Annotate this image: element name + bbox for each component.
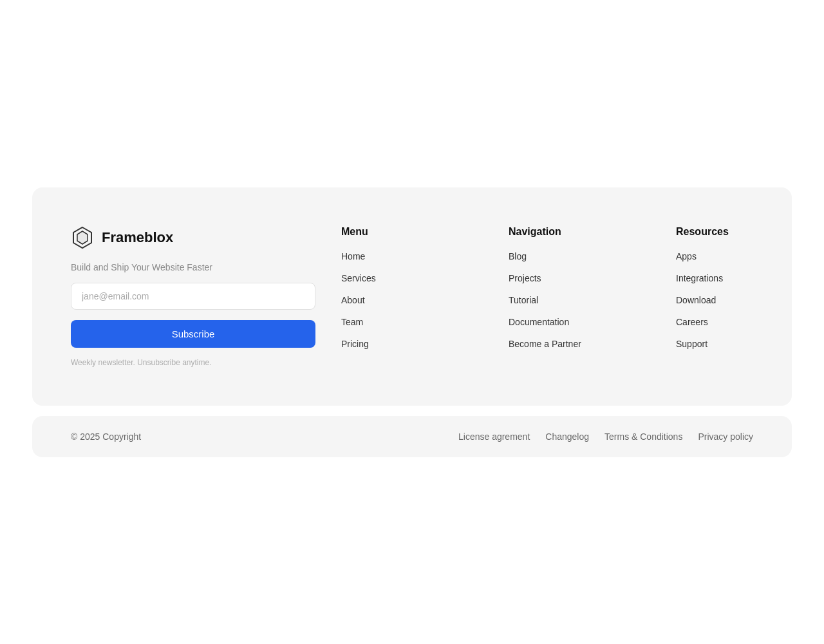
list-item: Integrations bbox=[676, 272, 753, 284]
res-link-careers[interactable]: Careers bbox=[676, 317, 708, 327]
legal-links: License agrement Changelog Terms & Condi… bbox=[458, 431, 753, 442]
navigation-column: Navigation Blog Projects Tutorial Docume… bbox=[509, 226, 586, 367]
legal-link-license[interactable]: License agrement bbox=[458, 431, 530, 442]
res-link-download[interactable]: Download bbox=[676, 295, 716, 305]
legal-link-terms[interactable]: Terms & Conditions bbox=[604, 431, 682, 442]
navigation-link-list: Blog Projects Tutorial Documentation Bec… bbox=[509, 251, 586, 350]
list-item: Documentation bbox=[509, 316, 586, 328]
nav-link-projects[interactable]: Projects bbox=[509, 273, 541, 283]
list-item: Home bbox=[341, 251, 418, 262]
list-item: Tutorial bbox=[509, 294, 586, 306]
resources-column: Resources Apps Integrations Download Car… bbox=[676, 226, 753, 367]
email-input[interactable] bbox=[71, 283, 315, 310]
legal-link-privacy[interactable]: Privacy policy bbox=[698, 431, 753, 442]
menu-link-services[interactable]: Services bbox=[341, 273, 376, 283]
newsletter-note: Weekly newsletter. Unsubscribe anytime. bbox=[71, 358, 315, 367]
nav-link-documentation[interactable]: Documentation bbox=[509, 317, 569, 327]
footer-card: Frameblox Build and Ship Your Website Fa… bbox=[32, 187, 792, 406]
logo-icon bbox=[71, 226, 94, 249]
list-item: Projects bbox=[509, 272, 586, 284]
list-item: Download bbox=[676, 294, 753, 306]
nav-link-blog[interactable]: Blog bbox=[509, 251, 527, 261]
list-item: Become a Partner bbox=[509, 338, 586, 350]
list-item: Apps bbox=[676, 251, 753, 262]
menu-link-list: Home Services About Team Pricing bbox=[341, 251, 418, 350]
svg-marker-1 bbox=[77, 231, 88, 244]
menu-link-home[interactable]: Home bbox=[341, 251, 365, 261]
brand-logo: Frameblox bbox=[71, 226, 315, 249]
list-item: About bbox=[341, 294, 418, 306]
resources-column-title: Resources bbox=[676, 226, 753, 238]
menu-link-about[interactable]: About bbox=[341, 295, 365, 305]
menu-column: Menu Home Services About Team Pricing bbox=[341, 226, 418, 367]
links-section: Menu Home Services About Team Pricing Na… bbox=[341, 226, 753, 367]
nav-link-become-partner[interactable]: Become a Partner bbox=[509, 339, 581, 349]
menu-link-pricing[interactable]: Pricing bbox=[341, 339, 369, 349]
list-item: Services bbox=[341, 272, 418, 284]
nav-link-tutorial[interactable]: Tutorial bbox=[509, 295, 538, 305]
menu-link-team[interactable]: Team bbox=[341, 317, 363, 327]
list-item: Team bbox=[341, 316, 418, 328]
resources-link-list: Apps Integrations Download Careers Suppo… bbox=[676, 251, 753, 350]
brand-name: Frameblox bbox=[102, 229, 173, 246]
legal-link-changelog[interactable]: Changelog bbox=[545, 431, 589, 442]
navigation-column-title: Navigation bbox=[509, 226, 586, 238]
subscribe-button[interactable]: Subscribe bbox=[71, 320, 315, 348]
menu-column-title: Menu bbox=[341, 226, 418, 238]
bottom-bar: © 2025 Copyright License agrement Change… bbox=[32, 416, 792, 457]
list-item: Pricing bbox=[341, 338, 418, 350]
list-item: Blog bbox=[509, 251, 586, 262]
brand-section: Frameblox Build and Ship Your Website Fa… bbox=[71, 226, 315, 367]
res-link-apps[interactable]: Apps bbox=[676, 251, 697, 261]
page-wrapper: Frameblox Build and Ship Your Website Fa… bbox=[32, 187, 792, 457]
res-link-integrations[interactable]: Integrations bbox=[676, 273, 723, 283]
list-item: Support bbox=[676, 338, 753, 350]
list-item: Careers bbox=[676, 316, 753, 328]
copyright-text: © 2025 Copyright bbox=[71, 431, 141, 442]
res-link-support[interactable]: Support bbox=[676, 339, 707, 349]
brand-tagline: Build and Ship Your Website Faster bbox=[71, 262, 315, 272]
